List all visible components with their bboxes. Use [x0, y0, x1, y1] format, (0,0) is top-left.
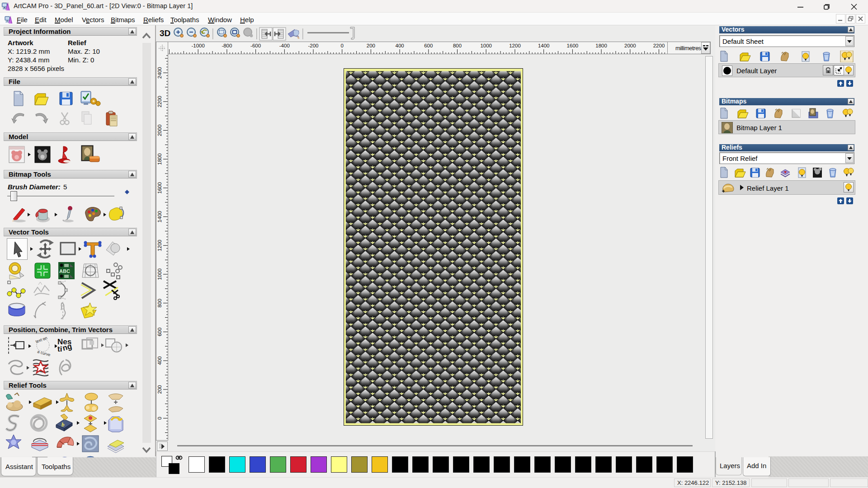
svg-text:1000: 1000: [480, 43, 492, 48]
svg-text:-200: -200: [308, 43, 318, 48]
svg-text:2200: 2200: [157, 96, 162, 108]
svg-text:2000: 2000: [624, 43, 636, 48]
svg-text:-800: -800: [222, 43, 232, 48]
svg-text:1400: 1400: [538, 43, 550, 48]
svg-text:2000: 2000: [157, 125, 162, 136]
svg-text:1000: 1000: [157, 268, 162, 280]
svg-text:800: 800: [157, 299, 162, 307]
svg-text:0: 0: [157, 417, 162, 419]
svg-text:ti: ti: [57, 345, 62, 353]
svg-text:400: 400: [396, 43, 404, 48]
svg-text:-400: -400: [279, 43, 290, 48]
svg-text:1600: 1600: [567, 43, 579, 48]
svg-text:1200: 1200: [509, 43, 521, 48]
svg-text:2200: 2200: [653, 43, 665, 48]
svg-text:text on: text on: [35, 336, 48, 344]
svg-text:-1000: -1000: [191, 43, 204, 48]
svg-text:ABC: ABC: [59, 268, 70, 274]
svg-text:b: b: [61, 421, 65, 428]
svg-text:1800: 1800: [595, 43, 607, 48]
svg-text:2400: 2400: [157, 67, 162, 79]
svg-text:800: 800: [453, 43, 462, 48]
svg-text:0: 0: [340, 43, 343, 48]
svg-text:200: 200: [367, 43, 375, 48]
svg-text:1400: 1400: [157, 211, 162, 223]
svg-text:400: 400: [157, 357, 162, 365]
svg-text:1800: 1800: [157, 153, 162, 165]
svg-text:a curve: a curve: [37, 349, 51, 356]
svg-text:1600: 1600: [157, 182, 162, 194]
svg-text:1200: 1200: [157, 240, 162, 252]
svg-text:600: 600: [424, 43, 433, 48]
svg-text:-600: -600: [250, 43, 261, 48]
svg-text:200: 200: [157, 385, 162, 394]
svg-text:600: 600: [157, 328, 162, 336]
